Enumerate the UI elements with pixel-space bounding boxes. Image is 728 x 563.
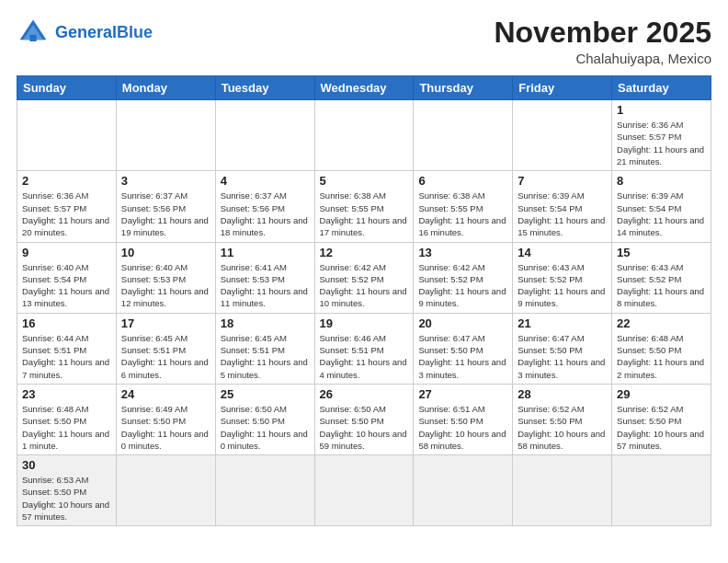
day-info: Sunrise: 6:50 AM Sunset: 5:50 PM Dayligh… bbox=[221, 403, 310, 452]
col-header-monday: Monday bbox=[116, 76, 215, 100]
day-info: Sunrise: 6:47 AM Sunset: 5:50 PM Dayligh… bbox=[518, 332, 607, 381]
day-info: Sunrise: 6:37 AM Sunset: 5:56 PM Dayligh… bbox=[221, 190, 310, 238]
day-info: Sunrise: 6:42 AM Sunset: 5:52 PM Dayligh… bbox=[418, 261, 507, 310]
day-info: Sunrise: 6:43 AM Sunset: 5:52 PM Dayligh… bbox=[617, 261, 706, 310]
calendar-cell: 20Sunrise: 6:47 AM Sunset: 5:50 PM Dayli… bbox=[414, 313, 513, 384]
day-number: 17 bbox=[121, 316, 210, 330]
day-info: Sunrise: 6:49 AM Sunset: 5:50 PM Dayligh… bbox=[121, 403, 210, 452]
col-header-tuesday: Tuesday bbox=[215, 76, 314, 100]
day-number: 9 bbox=[22, 246, 111, 259]
calendar-cell bbox=[414, 455, 513, 526]
month-title: November 2025 bbox=[494, 17, 711, 49]
calendar-cell: 28Sunrise: 6:52 AM Sunset: 5:50 PM Dayli… bbox=[513, 384, 612, 454]
day-number: 25 bbox=[221, 387, 310, 401]
day-info: Sunrise: 6:44 AM Sunset: 5:51 PM Dayligh… bbox=[22, 332, 111, 381]
day-info: Sunrise: 6:45 AM Sunset: 5:51 PM Dayligh… bbox=[121, 332, 210, 381]
day-info: Sunrise: 6:48 AM Sunset: 5:50 PM Dayligh… bbox=[617, 332, 706, 381]
day-number: 1 bbox=[617, 103, 706, 117]
day-info: Sunrise: 6:37 AM Sunset: 5:56 PM Dayligh… bbox=[121, 190, 210, 238]
day-info: Sunrise: 6:39 AM Sunset: 5:54 PM Dayligh… bbox=[518, 190, 607, 238]
day-number: 11 bbox=[221, 246, 310, 259]
day-info: Sunrise: 6:36 AM Sunset: 5:57 PM Dayligh… bbox=[617, 119, 706, 167]
day-info: Sunrise: 6:40 AM Sunset: 5:54 PM Dayligh… bbox=[22, 261, 111, 310]
calendar-cell bbox=[215, 100, 314, 171]
calendar-cell: 29Sunrise: 6:52 AM Sunset: 5:50 PM Dayli… bbox=[612, 384, 711, 454]
day-number: 6 bbox=[418, 174, 507, 188]
svg-rect-2 bbox=[29, 35, 36, 41]
calendar-cell bbox=[215, 455, 314, 526]
calendar-cell: 22Sunrise: 6:48 AM Sunset: 5:50 PM Dayli… bbox=[612, 313, 711, 384]
calendar-cell: 8Sunrise: 6:39 AM Sunset: 5:54 PM Daylig… bbox=[612, 171, 711, 242]
day-info: Sunrise: 6:41 AM Sunset: 5:53 PM Dayligh… bbox=[221, 261, 310, 310]
col-header-saturday: Saturday bbox=[612, 76, 711, 100]
calendar-cell: 19Sunrise: 6:46 AM Sunset: 5:51 PM Dayli… bbox=[314, 313, 414, 384]
calendar-cell: 6Sunrise: 6:38 AM Sunset: 5:55 PM Daylig… bbox=[414, 171, 513, 242]
day-number: 8 bbox=[617, 174, 706, 188]
calendar-cell bbox=[314, 455, 414, 526]
calendar-cell bbox=[612, 455, 711, 526]
calendar-cell: 16Sunrise: 6:44 AM Sunset: 5:51 PM Dayli… bbox=[17, 313, 117, 384]
day-number: 10 bbox=[121, 246, 210, 259]
day-number: 5 bbox=[320, 174, 409, 188]
day-number: 3 bbox=[121, 174, 210, 188]
day-number: 29 bbox=[617, 387, 706, 401]
day-info: Sunrise: 6:52 AM Sunset: 5:50 PM Dayligh… bbox=[518, 403, 607, 452]
calendar-cell: 25Sunrise: 6:50 AM Sunset: 5:50 PM Dayli… bbox=[215, 384, 314, 454]
day-number: 28 bbox=[518, 387, 607, 401]
day-number: 22 bbox=[617, 316, 706, 330]
day-number: 12 bbox=[320, 246, 409, 259]
calendar-header-row: SundayMondayTuesdayWednesdayThursdayFrid… bbox=[17, 76, 711, 100]
page: GeneralBlue November 2025 Chalahuiyapa, … bbox=[0, 0, 728, 563]
calendar-week-2: 9Sunrise: 6:40 AM Sunset: 5:54 PM Daylig… bbox=[17, 242, 711, 313]
calendar-cell: 30Sunrise: 6:53 AM Sunset: 5:50 PM Dayli… bbox=[17, 455, 117, 526]
calendar-cell: 11Sunrise: 6:41 AM Sunset: 5:53 PM Dayli… bbox=[215, 242, 314, 313]
col-header-thursday: Thursday bbox=[414, 76, 513, 100]
calendar-cell: 13Sunrise: 6:42 AM Sunset: 5:52 PM Dayli… bbox=[414, 242, 513, 313]
day-info: Sunrise: 6:39 AM Sunset: 5:54 PM Dayligh… bbox=[617, 190, 706, 238]
day-info: Sunrise: 6:43 AM Sunset: 5:52 PM Dayligh… bbox=[518, 261, 607, 310]
col-header-sunday: Sunday bbox=[17, 76, 117, 100]
day-number: 18 bbox=[221, 316, 310, 330]
calendar-week-1: 2Sunrise: 6:36 AM Sunset: 5:57 PM Daylig… bbox=[17, 171, 711, 242]
calendar-cell: 1Sunrise: 6:36 AM Sunset: 5:57 PM Daylig… bbox=[612, 100, 711, 171]
day-info: Sunrise: 6:38 AM Sunset: 5:55 PM Dayligh… bbox=[418, 190, 507, 238]
calendar-cell bbox=[116, 100, 215, 171]
day-number: 30 bbox=[22, 458, 111, 472]
calendar-cell bbox=[414, 100, 513, 171]
day-number: 13 bbox=[418, 246, 507, 259]
title-block: November 2025 Chalahuiyapa, Mexico bbox=[494, 17, 711, 66]
day-info: Sunrise: 6:50 AM Sunset: 5:50 PM Dayligh… bbox=[320, 403, 409, 452]
calendar-cell bbox=[314, 100, 414, 171]
calendar-cell: 9Sunrise: 6:40 AM Sunset: 5:54 PM Daylig… bbox=[17, 242, 117, 313]
calendar-cell: 26Sunrise: 6:50 AM Sunset: 5:50 PM Dayli… bbox=[314, 384, 414, 454]
day-number: 7 bbox=[518, 174, 607, 188]
day-number: 19 bbox=[320, 316, 409, 330]
day-info: Sunrise: 6:46 AM Sunset: 5:51 PM Dayligh… bbox=[320, 332, 409, 381]
col-header-wednesday: Wednesday bbox=[314, 76, 414, 100]
day-number: 27 bbox=[418, 387, 507, 401]
logo-icon bbox=[17, 17, 50, 50]
calendar-cell bbox=[513, 455, 612, 526]
logo-general: General bbox=[55, 23, 117, 41]
calendar-cell: 21Sunrise: 6:47 AM Sunset: 5:50 PM Dayli… bbox=[513, 313, 612, 384]
calendar-cell: 17Sunrise: 6:45 AM Sunset: 5:51 PM Dayli… bbox=[116, 313, 215, 384]
day-info: Sunrise: 6:38 AM Sunset: 5:55 PM Dayligh… bbox=[320, 190, 409, 238]
calendar-cell: 3Sunrise: 6:37 AM Sunset: 5:56 PM Daylig… bbox=[116, 171, 215, 242]
day-number: 4 bbox=[221, 174, 310, 188]
location: Chalahuiyapa, Mexico bbox=[494, 51, 711, 66]
day-number: 21 bbox=[518, 316, 607, 330]
calendar-cell: 14Sunrise: 6:43 AM Sunset: 5:52 PM Dayli… bbox=[513, 242, 612, 313]
day-number: 20 bbox=[418, 316, 507, 330]
header: GeneralBlue November 2025 Chalahuiyapa, … bbox=[17, 17, 711, 66]
calendar-cell: 23Sunrise: 6:48 AM Sunset: 5:50 PM Dayli… bbox=[17, 384, 117, 454]
day-info: Sunrise: 6:51 AM Sunset: 5:50 PM Dayligh… bbox=[418, 403, 507, 452]
day-info: Sunrise: 6:47 AM Sunset: 5:50 PM Dayligh… bbox=[418, 332, 507, 381]
calendar-cell: 12Sunrise: 6:42 AM Sunset: 5:52 PM Dayli… bbox=[314, 242, 414, 313]
day-info: Sunrise: 6:52 AM Sunset: 5:50 PM Dayligh… bbox=[617, 403, 706, 452]
calendar-cell bbox=[116, 455, 215, 526]
day-info: Sunrise: 6:53 AM Sunset: 5:50 PM Dayligh… bbox=[22, 474, 111, 523]
calendar-cell: 18Sunrise: 6:45 AM Sunset: 5:51 PM Dayli… bbox=[215, 313, 314, 384]
calendar-cell: 10Sunrise: 6:40 AM Sunset: 5:53 PM Dayli… bbox=[116, 242, 215, 313]
calendar-week-5: 30Sunrise: 6:53 AM Sunset: 5:50 PM Dayli… bbox=[17, 455, 711, 526]
logo-blue: Blue bbox=[117, 23, 153, 41]
